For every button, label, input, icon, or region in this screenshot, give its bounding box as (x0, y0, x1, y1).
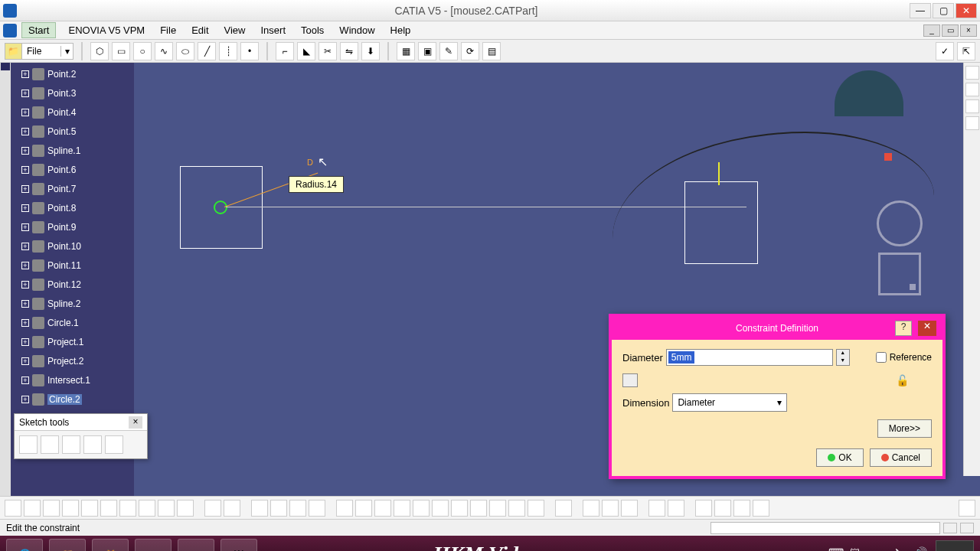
start-menu[interactable]: Start (21, 22, 56, 38)
assembly-button[interactable] (714, 500, 731, 517)
tree-expand-button[interactable] (555, 500, 572, 517)
dialog-close-button[interactable]: ✕ (918, 321, 936, 336)
tree-item[interactable]: +Project.2 (21, 351, 134, 370)
swap-button[interactable] (602, 500, 619, 517)
hide-show-button[interactable] (583, 500, 599, 517)
snap-tool[interactable] (41, 435, 59, 454)
tree-item[interactable]: +Point.10 (21, 236, 134, 256)
expander-icon[interactable]: + (21, 128, 29, 135)
tree-item[interactable]: +Point.3 (21, 83, 134, 103)
sketch-tools-panel[interactable]: Sketch tools × (14, 413, 148, 459)
status-icon-1[interactable] (943, 523, 957, 533)
expander-icon[interactable]: + (21, 90, 29, 97)
mdi-minimize[interactable]: _ (923, 24, 940, 37)
expander-icon[interactable]: + (21, 281, 29, 289)
firefox-taskbar[interactable]: 🦊 (92, 539, 129, 551)
grid-button[interactable] (251, 500, 268, 517)
show-hidden-tray-icon[interactable]: ▴ (871, 546, 887, 551)
measure-button[interactable] (309, 500, 325, 517)
axis-tool[interactable]: ┊ (219, 42, 237, 60)
expander-icon[interactable]: + (21, 300, 29, 308)
expander-icon[interactable]: + (21, 396, 29, 403)
constraint-box-tool[interactable]: ▣ (418, 42, 436, 60)
pan-button[interactable] (355, 500, 372, 517)
dim-constraint-tool[interactable] (105, 435, 123, 454)
tree-item[interactable]: +Point.6 (21, 160, 134, 179)
diameter-input[interactable]: 5mm (666, 349, 833, 366)
menu-view[interactable]: View (217, 23, 253, 37)
tree-item[interactable]: +Point.4 (21, 103, 134, 122)
explorer-taskbar[interactable]: 📁 (49, 539, 86, 551)
animate-tool[interactable]: ⟳ (461, 42, 479, 60)
multi-view-button[interactable] (451, 500, 468, 517)
expander-icon[interactable]: + (21, 204, 29, 212)
volume-tray-icon[interactable]: 🔊 (914, 546, 929, 551)
tree-item[interactable]: +Intersect.1 (21, 370, 134, 390)
dimension-position-icon[interactable] (622, 373, 638, 387)
network-tray-icon[interactable]: ✈ (893, 546, 908, 551)
red-handle[interactable] (884, 153, 892, 161)
expander-icon[interactable]: + (21, 70, 29, 78)
hlr-button[interactable] (528, 500, 544, 517)
scrollbar-thumb[interactable] (1, 63, 10, 70)
expander-icon[interactable]: + (21, 166, 29, 174)
expander-icon[interactable]: + (21, 319, 29, 327)
wireframe-button[interactable] (270, 500, 287, 517)
tree-item[interactable]: +Point.9 (21, 217, 134, 236)
file-dropdown[interactable]: 📁 File ▾ (5, 43, 74, 60)
close-button[interactable]: ✕ (956, 3, 977, 18)
rotate-button[interactable] (374, 500, 391, 517)
line-tool[interactable]: ╱ (198, 42, 216, 60)
expander-icon[interactable]: + (21, 377, 29, 384)
catia-taskbar[interactable]: ▲ (178, 539, 214, 551)
view-compass[interactable] (865, 201, 934, 300)
diameter-spinner[interactable]: ▲▼ (836, 349, 850, 366)
analysis-tool[interactable]: ▤ (482, 42, 501, 60)
zoom-out-button[interactable] (413, 500, 430, 517)
spline-tool[interactable]: ∿ (155, 42, 173, 60)
menu-window[interactable]: Window (332, 23, 382, 37)
chrome-taskbar[interactable]: 🌐 (6, 539, 43, 551)
menu-file[interactable]: File (152, 23, 184, 37)
expander-icon[interactable]: + (21, 262, 29, 269)
fit-button[interactable] (336, 500, 353, 517)
shading-button[interactable] (508, 500, 525, 517)
maximize-button[interactable]: ▢ (933, 3, 954, 18)
zoom-in-button[interactable] (394, 500, 410, 517)
rt-btn-2[interactable] (965, 83, 979, 96)
properties-button[interactable] (621, 500, 638, 517)
ellipse-tool[interactable]: ⬭ (176, 42, 194, 60)
status-icon-2[interactable] (960, 523, 974, 533)
minimize-button[interactable]: — (910, 3, 931, 18)
help-button[interactable] (489, 500, 506, 517)
ds-logo-button[interactable] (959, 500, 975, 517)
expander-icon[interactable]: + (21, 109, 29, 116)
word-taskbar[interactable]: W (220, 539, 257, 551)
project-tool[interactable]: ⬇ (361, 42, 380, 60)
trim-tool[interactable]: ✂ (318, 42, 337, 60)
more-button[interactable]: More>> (877, 419, 932, 438)
menu-edit[interactable]: Edit (184, 23, 216, 37)
profile-tool[interactable]: ⬡ (90, 42, 109, 60)
mail-taskbar[interactable]: ✉ (135, 539, 172, 551)
cut-button[interactable] (81, 500, 98, 517)
rectangle-tool[interactable]: ▭ (112, 42, 130, 60)
mdi-close[interactable]: × (960, 24, 977, 37)
workbench-button[interactable] (668, 500, 684, 517)
tree-item[interactable]: +Circle.1 (21, 313, 134, 332)
rt-btn-4[interactable] (965, 116, 979, 130)
tree-scrollbar[interactable] (0, 63, 11, 496)
constraint-tool[interactable]: ▦ (397, 42, 415, 60)
expander-icon[interactable]: + (21, 223, 29, 231)
menu-tools[interactable]: Tools (293, 23, 332, 37)
drafting-button[interactable] (733, 500, 750, 517)
reference-checkbox[interactable] (876, 352, 887, 363)
save-button[interactable] (43, 500, 60, 517)
print-button[interactable] (62, 500, 79, 517)
iso-view-button[interactable] (470, 500, 487, 517)
comment-button[interactable] (224, 500, 240, 517)
tree-item[interactable]: +Point.8 (21, 198, 134, 217)
redo-button[interactable] (158, 500, 175, 517)
expander-icon[interactable]: + (21, 243, 29, 250)
geo-constraint-tool[interactable] (83, 435, 102, 454)
